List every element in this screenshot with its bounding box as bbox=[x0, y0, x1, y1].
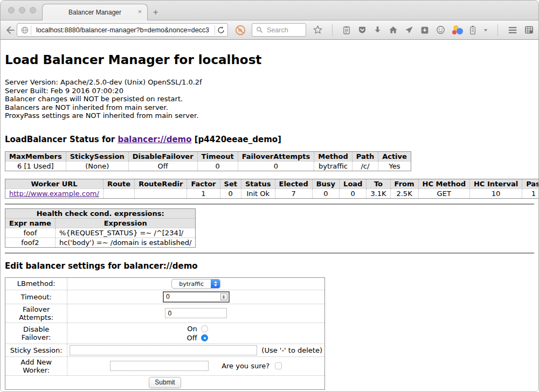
table-row: foof2 hc('body') =~ /domain is establish… bbox=[5, 237, 196, 247]
balancer-status-table: MaxMembers StickySession DisableFailover… bbox=[5, 151, 411, 171]
add-worker-label: Add New Worker: bbox=[5, 356, 67, 375]
minimize-window-button[interactable] bbox=[19, 7, 25, 13]
clipboard-icon[interactable] bbox=[342, 25, 351, 35]
lbmethod-selected-value: bytraffic bbox=[172, 279, 211, 288]
worker-status-table: Worker URL Route RouteRedir Factor Set S… bbox=[5, 179, 538, 199]
tab-close-icon[interactable]: × bbox=[137, 8, 142, 15]
col-failoverattempts: FailoverAttempts bbox=[238, 151, 314, 161]
urlbar-divider bbox=[215, 25, 215, 35]
download-icon[interactable] bbox=[373, 25, 382, 34]
disable-failover-on-radio[interactable] bbox=[201, 325, 208, 332]
col-expression: Expression bbox=[55, 218, 196, 228]
col-method: Method bbox=[314, 151, 352, 161]
table-header-row: MaxMembers StickySession DisableFailover… bbox=[5, 151, 411, 161]
timeout-input[interactable] bbox=[163, 291, 230, 303]
table-header-row: Worker URL Route RouteRedir Factor Set S… bbox=[5, 179, 539, 188]
submit-button[interactable]: Submit bbox=[149, 377, 181, 388]
new-tab-button[interactable]: + bbox=[153, 8, 158, 17]
table-row: http://www.example.com/ 1 0 Init Ok 7 0 … bbox=[5, 188, 539, 198]
close-window-button[interactable] bbox=[8, 7, 15, 13]
urlbar-divider bbox=[31, 25, 31, 35]
sticky-session-input[interactable] bbox=[70, 345, 257, 355]
note-persist: Balancer changes will NOT be persisted o… bbox=[5, 95, 534, 103]
note-balancers: Balancers are NOT inherited from main se… bbox=[5, 103, 534, 112]
smiley-icon[interactable] bbox=[436, 25, 446, 35]
pocket-icon[interactable] bbox=[357, 25, 367, 35]
toolbar-icons bbox=[313, 24, 534, 36]
server-built: Server Built: Feb 9 2016 07:00:20 bbox=[5, 87, 534, 95]
are-you-sure-label: Are you sure? bbox=[222, 362, 270, 370]
home-icon[interactable] bbox=[388, 25, 398, 35]
chevron-down-icon[interactable] bbox=[483, 27, 488, 33]
cell-stickysession: (None) bbox=[66, 161, 128, 171]
add-worker-input[interactable] bbox=[110, 361, 209, 371]
disable-failover-label: Disable Failover: bbox=[5, 323, 67, 344]
are-you-sure-checkbox[interactable] bbox=[275, 362, 282, 369]
cell-expression: hc('body') =~ /domain is established/ bbox=[55, 237, 196, 247]
cell-busy: 0 bbox=[312, 188, 339, 198]
window-controls bbox=[8, 7, 36, 13]
battery-icon[interactable] bbox=[468, 25, 477, 36]
col-routeredir: RouteRedir bbox=[135, 179, 187, 188]
menu-icon[interactable] bbox=[507, 26, 518, 34]
cell-routeredir bbox=[135, 188, 187, 198]
page-title: Load Balancer Manager for localhost bbox=[5, 53, 534, 67]
form-row-submit: Submit bbox=[5, 375, 325, 389]
col-load: Load bbox=[340, 179, 367, 188]
cell-elected: 7 bbox=[275, 188, 312, 198]
col-path: Path bbox=[352, 151, 378, 161]
section-divider bbox=[5, 253, 534, 254]
balancer-demo-link[interactable]: balancer://demo bbox=[118, 135, 191, 144]
edit-balancer-form: LBmethod: bytraffic Timeout: bbox=[5, 277, 325, 390]
tab-title: Balancer Manager bbox=[68, 9, 121, 16]
colors-icon[interactable] bbox=[452, 25, 462, 36]
bookmark-star-icon[interactable] bbox=[313, 25, 323, 35]
col-route: Route bbox=[103, 179, 134, 188]
col-from: From bbox=[390, 179, 418, 188]
note-proxypass: ProxyPass settings are NOT inherited fro… bbox=[5, 111, 534, 120]
col-maxmembers: MaxMembers bbox=[5, 151, 66, 161]
page-content: Load Balancer Manager for localhost Serv… bbox=[1, 40, 538, 392]
number-stepper-icon[interactable] bbox=[220, 293, 227, 300]
lbmethod-label: LBmethod: bbox=[5, 277, 67, 290]
server-info: Server Version: Apache/2.5.0-dev (Unix) … bbox=[5, 78, 534, 120]
table-row: 6 [1 Used] (None) Off 0 0 bytraffic /c/ … bbox=[5, 161, 411, 171]
url-text[interactable]: localhost:8880/balancer-manager?b=demo&n… bbox=[36, 26, 210, 34]
globe-icon bbox=[20, 26, 29, 34]
form-row-lbmethod: LBmethod: bytraffic bbox=[5, 277, 325, 290]
url-bar[interactable]: localhost:8880/balancer-manager?b=demo&n… bbox=[17, 23, 228, 37]
cell-factor: 1 bbox=[187, 188, 220, 198]
search-bar[interactable]: Search bbox=[252, 23, 306, 37]
browser-window: Balancer Manager × + localhost:8880/bala… bbox=[0, 0, 539, 392]
zoom-window-button[interactable] bbox=[30, 7, 36, 13]
cell-active: Yes bbox=[378, 161, 411, 171]
navigation-toolbar: localhost:8880/balancer-manager?b=demo&n… bbox=[1, 20, 538, 40]
blocked-icon[interactable] bbox=[234, 24, 246, 36]
tab-balancer-manager[interactable]: Balancer Manager × bbox=[42, 4, 148, 20]
select-arrows-icon bbox=[211, 279, 220, 288]
reload-icon[interactable] bbox=[217, 26, 225, 34]
worker-url-link[interactable]: http://www.example.com/ bbox=[9, 190, 99, 198]
grid-icon[interactable] bbox=[524, 25, 534, 35]
cell-expr-name: foof bbox=[5, 228, 56, 237]
back-icon[interactable] bbox=[5, 25, 16, 36]
radio-on-label: On bbox=[184, 325, 197, 333]
status-heading: LoadBalancer Status for balancer://demo … bbox=[5, 135, 534, 144]
failover-attempts-input[interactable] bbox=[165, 308, 227, 318]
search-placeholder: Search bbox=[267, 26, 288, 34]
col-to: To bbox=[367, 179, 390, 188]
send-icon[interactable] bbox=[404, 25, 414, 35]
save-box-icon[interactable] bbox=[420, 25, 430, 35]
disable-failover-off-radio[interactable] bbox=[201, 334, 208, 341]
form-row-disable-failover: Disable Failover: On Off bbox=[5, 323, 325, 344]
radio-off-label: Off bbox=[184, 334, 197, 342]
cell-from: 2.5K bbox=[390, 188, 418, 198]
lbmethod-select[interactable]: bytraffic bbox=[171, 279, 220, 289]
cell-hc-interval: 10 bbox=[469, 188, 522, 198]
toolbar-divider bbox=[332, 24, 333, 36]
col-worker-url: Worker URL bbox=[5, 179, 103, 188]
cell-disablefailover: Off bbox=[128, 161, 197, 171]
tab-bar: Balancer Manager × + bbox=[1, 1, 538, 20]
table-title-row: Health check cond. expressions: bbox=[5, 208, 196, 218]
table-header-row: Expr name Expression bbox=[5, 218, 196, 228]
